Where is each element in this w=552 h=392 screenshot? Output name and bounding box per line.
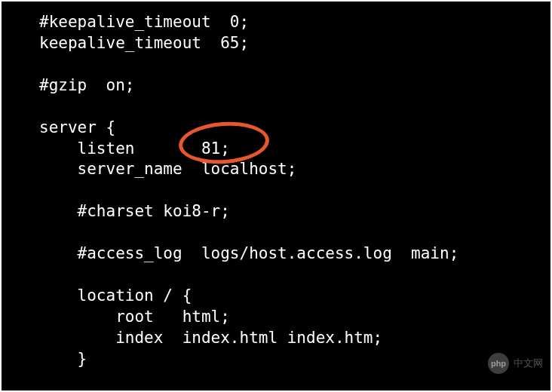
terminal-viewport: #keepalive_timeout 0; keepalive_timeout … — [2, 2, 550, 390]
watermark-label: 中文网 — [514, 357, 543, 370]
php-logo-icon: php — [488, 353, 509, 374]
config-code: #keepalive_timeout 0; keepalive_timeout … — [39, 13, 458, 368]
watermark: php 中文网 — [488, 353, 543, 374]
